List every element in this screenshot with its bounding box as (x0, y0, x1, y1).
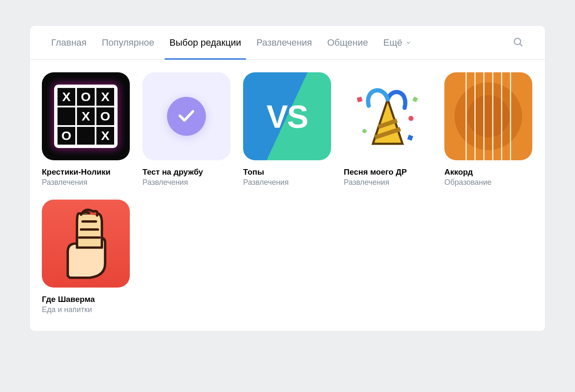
app-card[interactable]: Песня моего ДР Развлечения (344, 72, 432, 187)
app-grid: XOX XO OX Крестики-Нолики Развлечения Те… (30, 60, 545, 331)
tab-main[interactable]: Главная (44, 26, 94, 60)
app-icon-party-popper (344, 72, 432, 160)
tab-label: Развлечения (256, 26, 312, 60)
tab-bar: Главная Популярное Выбор редакции Развле… (30, 26, 545, 60)
tab-editors-choice[interactable]: Выбор редакции (162, 26, 249, 60)
app-icon-guitar-strings (444, 72, 532, 160)
app-card[interactable]: Аккорд Образование (444, 72, 532, 187)
app-card[interactable]: Где Шаверма Еда и напитки (42, 200, 130, 314)
app-icon-vs: VS (243, 72, 331, 160)
app-card[interactable]: VS Топы Развлечения (243, 72, 331, 187)
app-title: Крестики-Нолики (42, 167, 130, 177)
tab-label: Популярное (102, 26, 154, 60)
app-title: Аккорд (444, 167, 532, 177)
search-button[interactable] (509, 34, 526, 51)
app-category: Развлечения (243, 178, 331, 187)
svg-rect-5 (357, 97, 362, 102)
chevron-down-icon (405, 40, 411, 46)
svg-rect-4 (407, 135, 413, 141)
tab-more[interactable]: Ещё (375, 26, 419, 60)
app-catalog-panel: Главная Популярное Выбор редакции Развле… (30, 25, 545, 332)
app-title: Топы (243, 167, 331, 177)
app-category: Развлечения (142, 178, 230, 187)
app-category: Развлечения (344, 178, 432, 187)
app-category: Образование (444, 178, 532, 187)
svg-point-3 (408, 116, 413, 121)
tab-label: Ещё (383, 26, 402, 60)
app-icon-check (142, 72, 230, 160)
tab-entertainment[interactable]: Развлечения (249, 26, 320, 60)
app-title: Тест на дружбу (142, 167, 230, 177)
tab-label: Выбор редакции (170, 26, 241, 60)
tab-label: Главная (51, 26, 87, 60)
app-category: Еда и напитки (42, 305, 130, 314)
app-card[interactable]: XOX XO OX Крестики-Нолики Развлечения (42, 72, 130, 187)
app-title: Песня моего ДР (344, 167, 432, 177)
app-category: Развлечения (42, 178, 130, 187)
app-title: Где Шаверма (42, 294, 130, 304)
app-card[interactable]: Тест на дружбу Развлечения (142, 72, 230, 187)
search-icon (512, 36, 523, 49)
svg-rect-7 (412, 96, 418, 102)
tab-label: Общение (327, 26, 368, 60)
tab-popular[interactable]: Популярное (94, 26, 162, 60)
app-icon-shawarma (42, 200, 130, 288)
tab-communication[interactable]: Общение (320, 26, 375, 60)
svg-line-1 (520, 44, 522, 46)
app-icon-tictactoe: XOX XO OX (42, 72, 130, 160)
svg-point-6 (362, 129, 367, 133)
